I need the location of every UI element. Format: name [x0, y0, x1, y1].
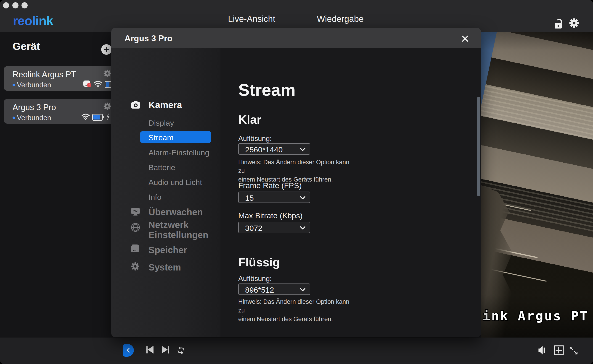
skip-next-button[interactable] [162, 346, 169, 353]
modal-header: Argus 3 Pro × [111, 28, 481, 48]
chevron-down-icon [300, 196, 306, 200]
wifi-icon [81, 113, 90, 121]
settings-nav: Kamera Display Stream Alarm-Einstellung … [111, 48, 220, 337]
resolution-select-fluent[interactable]: 896*512 [238, 284, 310, 295]
device-status: Verbunden [17, 81, 51, 89]
device-panel-title: Gerät [13, 40, 40, 52]
loop-icon [176, 347, 185, 354]
bitrate-label: Max Bitrate (Kbps) [238, 211, 303, 220]
resolution-select-clear[interactable]: 2560*1440 [238, 143, 310, 155]
fullscreen-expand-icon [569, 346, 578, 355]
grid-icon [554, 345, 564, 355]
tab-playback[interactable]: Wiedergabe [317, 14, 364, 24]
modal-scrollbar-thumb[interactable] [477, 97, 480, 196]
live-view-video[interactable]: ink Argus PT [481, 32, 593, 338]
nav-group-netzwerk[interactable]: Netzwerk Einstellungen [148, 220, 215, 240]
skip-next-icon [162, 346, 168, 353]
plus-icon: + [104, 45, 109, 54]
section-heading-klar: Klar [238, 113, 261, 126]
camera-icon [131, 101, 141, 110]
restart-hint: Hinweis: Das Ändern dieser Option kann z… [238, 158, 352, 184]
resolution-label-fluent: Auflösung: [238, 275, 272, 283]
charging-bolt-icon [106, 113, 110, 121]
wifi-icon [94, 80, 102, 88]
device-card-reolink-argus-pt[interactable]: Reolink Argus PT Verbunden [4, 66, 120, 91]
grid-view-button[interactable] [554, 345, 564, 355]
chevron-down-icon [300, 288, 306, 292]
sd-card-icon [131, 244, 140, 254]
nav-group-ueberwachen[interactable]: Überwachen [148, 207, 203, 217]
device-settings-modal: Argus 3 Pro × Kamera Display Stream Alar… [111, 28, 481, 337]
volume-button[interactable] [538, 345, 548, 355]
video-vignette [481, 32, 593, 338]
page-title: Stream [238, 80, 296, 100]
battery-icon [92, 114, 103, 121]
device-settings-gear-icon[interactable] [103, 69, 111, 78]
status-dot [13, 117, 15, 119]
add-device-button[interactable]: + [101, 44, 112, 55]
traffic-light-zoom[interactable] [21, 2, 28, 8]
device-settings-gear-icon[interactable] [103, 102, 111, 111]
title-bar: reolink Live-Ansicht Wiedergabe [0, 0, 593, 32]
section-heading-fluessig: Flüssig [238, 255, 280, 269]
reolink-logo: reolink [13, 13, 53, 28]
nav-item-info[interactable]: Info [148, 193, 162, 202]
nav-item-batterie[interactable]: Batterie [148, 163, 175, 172]
nav-item-display[interactable]: Display [148, 119, 174, 128]
sd-card-error-icon [83, 80, 91, 89]
chevron-down-icon [300, 226, 306, 230]
nav-item-alarm[interactable]: Alarm-Einstellung [148, 148, 209, 157]
nav-item-audio-licht[interactable]: Audio und Licht [148, 178, 202, 187]
nav-group-kamera[interactable]: Kamera [148, 100, 182, 110]
chevron-left-icon [125, 347, 131, 353]
traffic-light-close[interactable] [3, 2, 9, 8]
globe-icon [131, 223, 140, 233]
skip-previous-button[interactable] [146, 346, 154, 353]
player-control-bar [0, 338, 593, 364]
framerate-label: Frame Rate (FPS) [238, 181, 302, 190]
fullscreen-button[interactable] [569, 346, 578, 355]
nav-item-stream-selected[interactable]: Stream [140, 131, 211, 143]
app-window: reolink Live-Ansicht Wiedergabe [0, 0, 593, 364]
chevron-down-icon [300, 148, 306, 151]
loop-button[interactable] [176, 347, 185, 354]
nav-group-system[interactable]: System [148, 262, 181, 273]
device-name: Argus 3 Pro [13, 103, 56, 112]
bitrate-select[interactable]: 3072 [238, 222, 310, 233]
camera-name-overlay: ink Argus PT [482, 308, 589, 323]
tab-live-view[interactable]: Live-Ansicht [228, 14, 275, 24]
framerate-select[interactable]: 15 [238, 192, 310, 203]
device-sidebar: Gerät + Reolink Argus PT Verbunden [0, 32, 123, 338]
device-name: Reolink Argus PT [13, 70, 76, 79]
close-icon[interactable]: × [461, 29, 469, 48]
restart-hint-fluent: Hinweis: Das Ändern dieser Option kann z… [238, 297, 352, 323]
status-dot [13, 84, 15, 86]
resolution-label: Auflösung: [238, 135, 272, 143]
monitor-icon [131, 208, 140, 217]
modal-title: Argus 3 Pro [124, 34, 172, 43]
nav-group-speicher[interactable]: Speicher [148, 245, 187, 255]
device-status: Verbunden [17, 114, 51, 122]
gear-icon [131, 262, 140, 272]
device-status-icons [83, 80, 115, 89]
device-card-argus-3-pro[interactable]: Argus 3 Pro Verbunden [4, 99, 120, 124]
settings-gear-icon[interactable] [569, 18, 579, 29]
volume-icon [538, 345, 548, 355]
traffic-light-minimize[interactable] [12, 2, 19, 8]
lock-open-icon[interactable] [553, 18, 564, 30]
collapse-sidebar-button[interactable] [123, 344, 134, 357]
